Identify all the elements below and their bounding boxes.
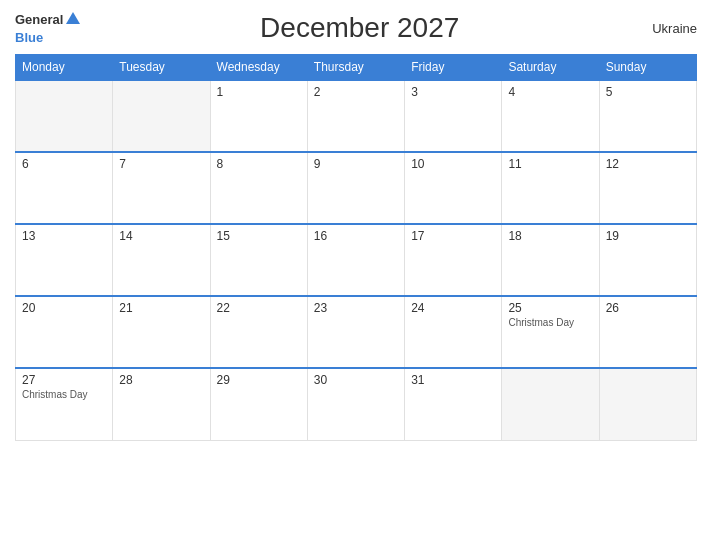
day-number: 24 xyxy=(411,301,495,315)
day-number: 13 xyxy=(22,229,106,243)
day-cell: 22 xyxy=(210,296,307,368)
week-row-4: 202122232425Christmas Day26 xyxy=(16,296,697,368)
day-cell: 15 xyxy=(210,224,307,296)
col-sunday: Sunday xyxy=(599,55,696,81)
day-number: 23 xyxy=(314,301,398,315)
day-number: 11 xyxy=(508,157,592,171)
day-number: 29 xyxy=(217,373,301,387)
header-row: Monday Tuesday Wednesday Thursday Friday… xyxy=(16,55,697,81)
day-cell: 4 xyxy=(502,80,599,152)
day-cell: 1 xyxy=(210,80,307,152)
day-cell: 24 xyxy=(405,296,502,368)
day-cell: 29 xyxy=(210,368,307,440)
day-cell: 31 xyxy=(405,368,502,440)
day-number: 9 xyxy=(314,157,398,171)
day-number: 10 xyxy=(411,157,495,171)
day-cell: 3 xyxy=(405,80,502,152)
day-cell: 30 xyxy=(307,368,404,440)
day-number: 7 xyxy=(119,157,203,171)
calendar-table: Monday Tuesday Wednesday Thursday Friday… xyxy=(15,54,697,441)
col-tuesday: Tuesday xyxy=(113,55,210,81)
week-row-1: 12345 xyxy=(16,80,697,152)
day-number: 18 xyxy=(508,229,592,243)
week-row-3: 13141516171819 xyxy=(16,224,697,296)
day-number: 4 xyxy=(508,85,592,99)
day-number: 21 xyxy=(119,301,203,315)
day-cell: 16 xyxy=(307,224,404,296)
day-number: 6 xyxy=(22,157,106,171)
week-row-2: 6789101112 xyxy=(16,152,697,224)
calendar-header: Monday Tuesday Wednesday Thursday Friday… xyxy=(16,55,697,81)
day-number: 5 xyxy=(606,85,690,99)
day-number: 31 xyxy=(411,373,495,387)
week-row-5: 27Christmas Day28293031 xyxy=(16,368,697,440)
day-cell: 17 xyxy=(405,224,502,296)
day-cell: 19 xyxy=(599,224,696,296)
calendar-body: 1234567891011121314151617181920212223242… xyxy=(16,80,697,440)
day-number: 22 xyxy=(217,301,301,315)
day-cell: 2 xyxy=(307,80,404,152)
day-cell: 9 xyxy=(307,152,404,224)
day-cell: 27Christmas Day xyxy=(16,368,113,440)
day-number: 2 xyxy=(314,85,398,99)
day-cell: 14 xyxy=(113,224,210,296)
day-cell xyxy=(16,80,113,152)
day-number: 12 xyxy=(606,157,690,171)
day-number: 16 xyxy=(314,229,398,243)
col-saturday: Saturday xyxy=(502,55,599,81)
header: General Blue December 2027 Ukraine xyxy=(15,10,697,46)
svg-marker-0 xyxy=(66,12,80,24)
day-cell: 8 xyxy=(210,152,307,224)
day-number: 28 xyxy=(119,373,203,387)
logo: General Blue xyxy=(15,10,82,46)
day-cell xyxy=(113,80,210,152)
day-number: 20 xyxy=(22,301,106,315)
day-number: 27 xyxy=(22,373,106,387)
day-cell: 23 xyxy=(307,296,404,368)
day-cell: 6 xyxy=(16,152,113,224)
calendar-page: General Blue December 2027 Ukraine Monda… xyxy=(0,0,712,550)
day-cell: 20 xyxy=(16,296,113,368)
col-friday: Friday xyxy=(405,55,502,81)
col-thursday: Thursday xyxy=(307,55,404,81)
day-number: 3 xyxy=(411,85,495,99)
day-cell: 12 xyxy=(599,152,696,224)
day-number: 19 xyxy=(606,229,690,243)
holiday-label: Christmas Day xyxy=(22,389,106,400)
logo-general-text: General xyxy=(15,13,63,26)
day-cell: 25Christmas Day xyxy=(502,296,599,368)
day-number: 15 xyxy=(217,229,301,243)
day-cell: 21 xyxy=(113,296,210,368)
col-monday: Monday xyxy=(16,55,113,81)
day-cell xyxy=(502,368,599,440)
month-title: December 2027 xyxy=(82,12,637,44)
day-cell: 28 xyxy=(113,368,210,440)
day-number: 25 xyxy=(508,301,592,315)
logo-blue-text: Blue xyxy=(15,30,43,45)
day-number: 14 xyxy=(119,229,203,243)
day-number: 1 xyxy=(217,85,301,99)
col-wednesday: Wednesday xyxy=(210,55,307,81)
day-number: 8 xyxy=(217,157,301,171)
day-cell: 26 xyxy=(599,296,696,368)
day-cell xyxy=(599,368,696,440)
logo-icon xyxy=(64,10,82,28)
country-label: Ukraine xyxy=(637,21,697,36)
day-cell: 5 xyxy=(599,80,696,152)
day-number: 26 xyxy=(606,301,690,315)
day-cell: 18 xyxy=(502,224,599,296)
day-cell: 13 xyxy=(16,224,113,296)
day-number: 17 xyxy=(411,229,495,243)
holiday-label: Christmas Day xyxy=(508,317,592,328)
day-cell: 10 xyxy=(405,152,502,224)
day-cell: 7 xyxy=(113,152,210,224)
day-number: 30 xyxy=(314,373,398,387)
day-cell: 11 xyxy=(502,152,599,224)
